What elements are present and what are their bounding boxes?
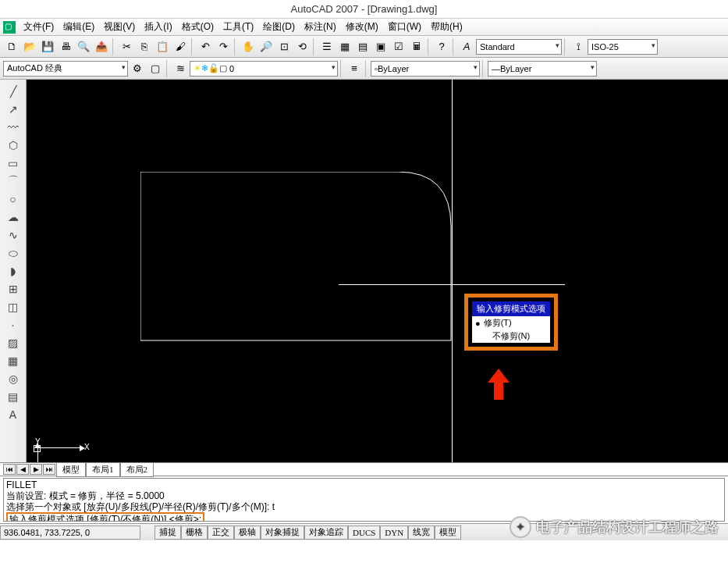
menu-tools[interactable]: 工具(T) — [218, 19, 258, 35]
status-grid[interactable]: 栅格 — [181, 526, 208, 540]
status-model[interactable]: 模型 — [435, 526, 461, 540]
main-area: ╱ ↗ 〰 ⬡ ▭ ⌒ ○ ☁ ∿ ⬭ ◗ ⊞ ◫ · ▨ ▦ ◎ ▤ A 输入… — [0, 80, 728, 462]
status-ortho[interactable]: 正交 — [208, 526, 234, 540]
drawing-canvas[interactable]: 输入修剪模式选项 ●修剪(T) 不修剪(N) Y X — [27, 80, 728, 462]
matchprop-icon[interactable]: 🖌 — [172, 38, 189, 55]
menu-modify[interactable]: 修改(M) — [341, 19, 383, 35]
print-icon[interactable]: 🖶 — [57, 38, 74, 55]
crosshair-horizontal — [339, 284, 565, 285]
standard-toolbar: 🗋 📂 💾 🖶 🔍 📤 ✂ ⎘ 📋 🖌 ↶ ↷ ✋ 🔎 ⊡ ⟲ ☰ ▦ ▤ ▣ … — [0, 36, 728, 58]
menu-window[interactable]: 窗口(W) — [383, 19, 426, 35]
paste-icon[interactable]: 📋 — [154, 38, 171, 55]
dimstyle-icon[interactable]: ⟟ — [570, 38, 587, 55]
textstyle-dropdown[interactable]: Standard — [476, 39, 562, 55]
status-lwt[interactable]: 线宽 — [408, 526, 435, 540]
region-icon[interactable]: ◎ — [3, 370, 23, 387]
cmd-line-prompt: 输入修剪模式选项 [修剪(T)/不修剪(N)] <修剪>: — [6, 512, 204, 522]
table-icon[interactable]: ▤ — [3, 388, 23, 405]
preview-icon[interactable]: 🔍 — [75, 38, 92, 55]
menu-bar: 文件(F) 编辑(E) 视图(V) 插入(I) 格式(O) 工具(T) 绘图(D… — [0, 19, 728, 36]
menu-file[interactable]: 文件(F) — [19, 19, 59, 35]
gradient-icon[interactable]: ▦ — [3, 352, 23, 369]
menu-insert[interactable]: 插入(I) — [140, 19, 176, 35]
circle-icon[interactable]: ○ — [3, 191, 23, 208]
popup-option-trim[interactable]: ●修剪(T) — [472, 316, 550, 330]
status-polar[interactable]: 极轴 — [234, 526, 261, 540]
ellipse-icon[interactable]: ⬭ — [3, 244, 23, 262]
redo-icon[interactable]: ↷ — [215, 38, 232, 55]
status-osnap[interactable]: 对象捕捉 — [261, 526, 304, 540]
open-icon[interactable]: 📂 — [21, 38, 38, 55]
xline-icon[interactable]: ↗ — [3, 101, 23, 118]
wechat-icon: ✦ — [510, 516, 531, 538]
insert-block-icon[interactable]: ⊞ — [3, 280, 23, 298]
popup-option-notrim[interactable]: 不修剪(N) — [472, 330, 550, 343]
sheet-set-icon[interactable]: ▣ — [372, 38, 389, 55]
rectangle-icon[interactable]: ▭ — [3, 155, 23, 172]
textstyle-icon[interactable]: A — [458, 38, 475, 55]
polygon-icon[interactable]: ⬡ — [3, 137, 23, 154]
pline-icon[interactable]: 〰 — [3, 119, 23, 136]
status-dyn[interactable]: DYN — [380, 526, 408, 540]
menu-format[interactable]: 格式(O) — [177, 19, 218, 35]
arc-icon[interactable]: ⌒ — [3, 173, 23, 190]
menu-help[interactable]: 帮助(H) — [426, 19, 467, 35]
draw-toolbar: ╱ ↗ 〰 ⬡ ▭ ⌒ ○ ☁ ∿ ⬭ ◗ ⊞ ◫ · ▨ ▦ ◎ ▤ A — [0, 80, 27, 462]
save-icon[interactable]: 💾 — [39, 38, 56, 55]
lineweight-dropdown[interactable]: — ByLayer — [488, 61, 597, 77]
status-otrack[interactable]: 对象追踪 — [304, 526, 348, 540]
tab-model[interactable]: 模型 — [56, 462, 86, 477]
line-icon[interactable]: ╱ — [3, 83, 23, 100]
tab-layout2[interactable]: 布局2 — [120, 462, 154, 477]
markup-icon[interactable]: ☑ — [390, 38, 407, 55]
layer-prev-icon[interactable]: ≡ — [346, 60, 363, 77]
mtext-icon[interactable]: A — [3, 406, 23, 423]
copy-icon[interactable]: ⎘ — [136, 38, 153, 55]
new-icon[interactable]: 🗋 — [3, 38, 20, 55]
dimstyle-dropdown[interactable]: ISO-25 — [588, 39, 658, 55]
menu-dimension[interactable]: 标注(N) — [300, 19, 341, 35]
tab-last-icon[interactable]: ⏭ — [43, 464, 55, 475]
coordinates-display: 936.0481, 733.7225, 0 — [0, 526, 140, 540]
tab-first-icon[interactable]: ⏮ — [3, 464, 16, 475]
properties-icon[interactable]: ☰ — [318, 38, 336, 55]
cmd-line-1: FILLET — [6, 479, 722, 490]
revcloud-icon[interactable]: ☁ — [3, 208, 23, 226]
help-icon[interactable]: ? — [433, 38, 450, 55]
spline-icon[interactable]: ∿ — [3, 226, 23, 244]
designcenter-icon[interactable]: ▦ — [336, 38, 353, 55]
make-block-icon[interactable]: ◫ — [3, 298, 23, 315]
tab-next-icon[interactable]: ▶ — [30, 464, 42, 475]
color-dropdown[interactable]: ▫ ByLayer — [371, 61, 480, 77]
workspace-dropdown[interactable]: AutoCAD 经典 — [3, 61, 128, 77]
watermark-text: 电子产品结构设计工程师之路 — [536, 518, 719, 536]
zoom-realtime-icon[interactable]: 🔎 — [257, 38, 275, 55]
tab-prev-icon[interactable]: ◀ — [16, 464, 29, 475]
tab-layout1[interactable]: 布局1 — [86, 462, 120, 477]
layers-toolbar: AutoCAD 经典 ⚙ ▢ ≋ ☀❄🔓▢ 0 ≡ ▫ ByLayer — By… — [0, 58, 728, 80]
layer-dropdown[interactable]: ☀❄🔓▢ 0 — [190, 61, 338, 77]
ellipse-arc-icon[interactable]: ◗ — [3, 262, 23, 280]
point-icon[interactable]: · — [3, 316, 23, 333]
layers-icon[interactable]: ≋ — [172, 60, 189, 77]
workspace-save-icon[interactable]: ▢ — [147, 60, 164, 77]
publish-icon[interactable]: 📤 — [93, 38, 110, 55]
zoom-window-icon[interactable]: ⊡ — [275, 38, 293, 55]
app-icon — [3, 21, 16, 34]
command-window[interactable]: FILLET 当前设置: 模式 = 修剪，半径 = 5.0000 选择第一个对象… — [3, 478, 725, 522]
cut-icon[interactable]: ✂ — [118, 38, 135, 55]
status-ducs[interactable]: DUCS — [348, 526, 380, 540]
menu-draw[interactable]: 绘图(D) — [258, 19, 300, 35]
calc-icon[interactable]: 🖩 — [408, 38, 425, 55]
pan-icon[interactable]: ✋ — [240, 38, 257, 55]
zoom-prev-icon[interactable]: ⟲ — [293, 38, 311, 55]
tool-palettes-icon[interactable]: ▤ — [354, 38, 371, 55]
menu-edit[interactable]: 编辑(E) — [59, 19, 99, 35]
status-snap[interactable]: 捕捉 — [154, 526, 181, 540]
workspace-settings-icon[interactable]: ⚙ — [129, 60, 146, 77]
cmd-line-3: 选择第一个对象或 [放弃(U)/多段线(P)/半径(R)/修剪(T)/多个(M)… — [6, 501, 722, 512]
hatch-icon[interactable]: ▨ — [3, 334, 23, 351]
title-text: AutoCAD 2007 - [Drawing1.dwg] — [291, 3, 438, 15]
menu-view[interactable]: 视图(V) — [99, 19, 140, 35]
undo-icon[interactable]: ↶ — [197, 38, 214, 55]
